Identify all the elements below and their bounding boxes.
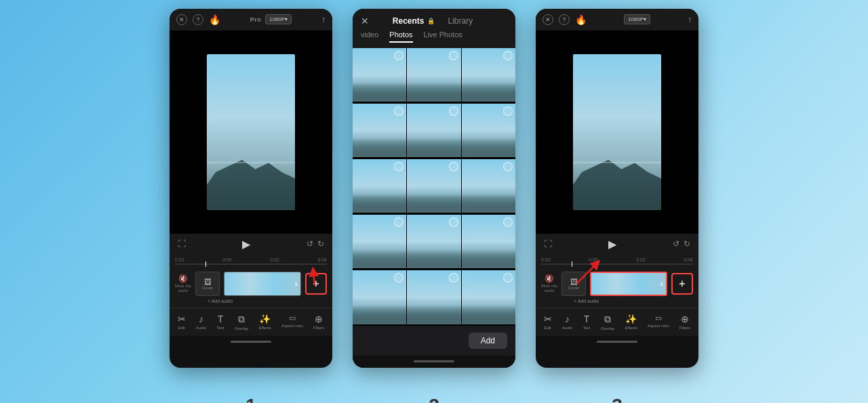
recents-label[interactable]: Recents 🔒 [393,16,435,26]
close-icon-2[interactable]: ✕ [361,16,369,26]
fullscreen-icon-3[interactable]: ⛶ [544,239,552,249]
phone-frame-3: ✕ ? 🔥 1080P▾ ↑ ⛶ ▶ ↺ [536,9,698,368]
tool-edit-3[interactable]: ✂ Edit [544,314,552,331]
select-circle-1[interactable] [394,51,403,60]
audio-label-1: Audio [196,326,206,330]
cover-icon-3: 🖼 [570,278,578,286]
tool-aspect-1[interactable]: ▭ Aspect ratio [281,314,303,331]
photo-cell-5[interactable] [407,104,460,157]
library-label[interactable]: Library [448,16,473,26]
fullscreen-icon-1[interactable]: ⛶ [178,239,186,249]
recents-lock-icon: 🔒 [427,18,435,24]
select-circle-10[interactable] [394,217,403,227]
audio-icon-1: ♪ [199,314,203,324]
photo-cell-12[interactable] [462,215,515,268]
tool-audio-3[interactable]: ♪ Audio [562,314,572,331]
redo-icon-3[interactable]: ↻ [684,239,690,249]
tab-photos[interactable]: Photos [389,30,412,43]
edit-label-1: Edit [178,326,184,330]
tool-effects-1[interactable]: ✨ Effects [259,314,271,331]
tool-filters-1[interactable]: ⊕ Filters [313,314,324,331]
select-circle-2[interactable] [449,51,458,60]
time-t3-1: 0:04 [317,257,327,262]
cover-clip-1[interactable]: 🖼 Cover [195,272,220,296]
undo-icon-1[interactable]: ↺ [307,239,313,249]
play-button-3[interactable]: ▶ [608,238,616,251]
tool-text-3[interactable]: T Text [583,314,590,331]
tool-overlay-1[interactable]: ⧉ Overlay [235,314,249,331]
audio-icon-3: ♪ [565,314,570,324]
help-icon-1[interactable]: ? [193,14,203,25]
photo-cell-9[interactable] [462,159,515,213]
photo-cell-7[interactable] [353,159,406,213]
add-clip-button-3[interactable]: + [671,273,693,295]
recents-text: Recents [393,16,425,26]
select-circle-6[interactable] [503,106,513,116]
photo-cell-8[interactable] [407,159,460,213]
photo-cell-14[interactable] [407,270,460,324]
add-audio-row-1[interactable]: + Add audio [175,299,327,303]
select-circle-13[interactable] [394,273,403,282]
tool-audio-1[interactable]: ♪ Audio [196,314,206,331]
select-circle-8[interactable] [449,162,458,171]
topbar-1: ✕ ? 🔥 Pro 1080P▾ ↑ [170,9,332,30]
tool-aspect-3[interactable]: ▭ Aspect ratio [648,314,669,331]
video-clip-strip-1[interactable]: 1 [224,272,301,296]
photo-cell-4[interactable] [353,104,406,157]
tool-filters-3[interactable]: ⊕ Filters [679,314,690,331]
photo-cell-13[interactable] [353,270,406,324]
select-circle-12[interactable] [503,217,513,227]
video-clip-strip-3[interactable]: 1 [590,272,667,296]
photo-cell-11[interactable] [407,215,460,268]
home-bar-3 [536,336,698,348]
add-button[interactable]: Add [469,333,507,349]
upload-icon-1[interactable]: ↑ [321,15,326,24]
fire-icon-1: 🔥 [209,14,220,25]
tool-edit-1[interactable]: ✂ Edit [178,314,186,331]
mute-label-3b: audio [545,289,555,293]
close-icon-1[interactable]: ✕ [176,14,187,25]
photo-cell-6[interactable] [462,104,515,157]
add-audio-row-3[interactable]: + Add audio [541,299,693,303]
play-button-1[interactable]: ▶ [242,238,250,251]
help-icon-3[interactable]: ? [559,14,570,25]
select-circle-11[interactable] [449,217,458,227]
preview-area-1 [170,30,332,234]
resolution-badge-3[interactable]: 1080P▾ [624,14,650,24]
screen-2-wrapper: ✕ Recents 🔒 Library video Photos Live Ph… [353,9,515,395]
photo-cell-2[interactable] [407,48,460,102]
screen-1: ✕ ? 🔥 Pro 1080P▾ ↑ ⛶ ▶ [170,9,332,368]
text-label-1: Text [216,326,224,330]
select-circle-4[interactable] [394,106,403,116]
select-circle-9[interactable] [503,162,513,171]
tab-video[interactable]: video [361,30,378,43]
add-clip-button-1[interactable]: + [305,273,327,295]
cover-clip-3[interactable]: 🖼 Cover [561,272,586,296]
select-circle-5[interactable] [449,106,458,116]
picker-bottom: Add [353,326,515,356]
photo-cell-10[interactable] [353,215,406,268]
close-icon-3[interactable]: ✕ [542,14,553,25]
photo-cell-3[interactable] [462,48,515,102]
select-circle-14[interactable] [449,273,458,282]
photo-cell-1[interactable] [353,48,406,102]
tool-effects-3[interactable]: ✨ Effects [625,314,637,331]
preview-area-3 [536,30,698,234]
tool-overlay-3[interactable]: ⧉ Overlay [601,314,615,331]
preview-controls-1: ⛶ ▶ ↺ ↻ [170,234,332,255]
upload-icon-3[interactable]: ↑ [688,15,692,24]
tab-live-photos[interactable]: Live Photos [424,30,462,43]
select-circle-3[interactable] [503,51,513,60]
clip-area-3: 🔇 Mute clip audio 🖼 Cover 1 + + [536,268,698,307]
select-circle-7[interactable] [394,162,403,171]
mute-clip-btn-3[interactable]: 🔇 Mute clip audio [541,274,557,293]
tool-text-1[interactable]: T Text [216,314,224,331]
mute-icon-1: 🔇 [178,274,188,283]
photo-cell-15[interactable] [462,270,515,324]
mute-label-3a: Mute clip [541,284,557,288]
undo-icon-3[interactable]: ↺ [673,239,679,249]
resolution-badge-1[interactable]: 1080P▾ [265,14,292,24]
redo-icon-1[interactable]: ↻ [317,239,324,249]
mute-clip-btn-1[interactable]: 🔇 Mute clip audio [175,274,191,293]
select-circle-15[interactable] [503,273,513,282]
